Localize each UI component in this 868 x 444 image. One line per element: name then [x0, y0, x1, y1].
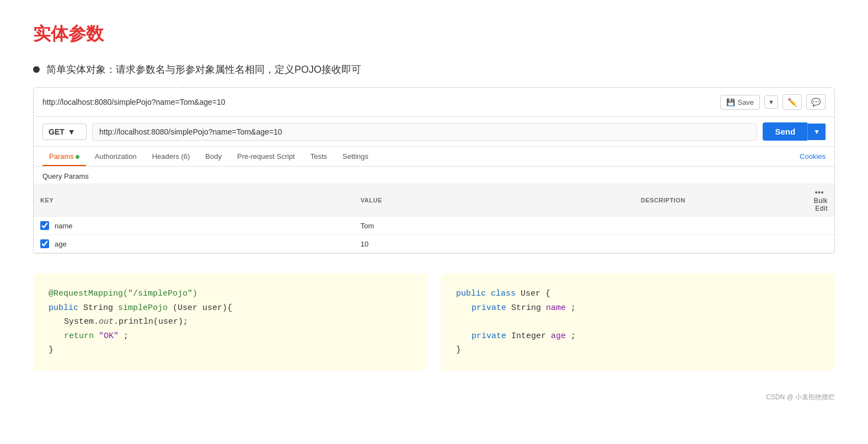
code-panels: @RequestMapping("/simplePojo") public St… — [33, 274, 835, 371]
section-label: 简单实体对象：请求参数名与形参对象属性名相同，定义POJO接收即可 — [46, 63, 361, 76]
code-line-spacer — [456, 315, 819, 329]
row1-checkbox[interactable] — [40, 221, 49, 230]
code-panel-left: @RequestMapping("/simplePojo") public St… — [33, 274, 427, 371]
send-button-group: Send ▼ — [763, 122, 826, 141]
params-active-dot — [76, 155, 79, 159]
method-label: GET — [49, 127, 65, 136]
bulk-edit-button[interactable]: Bulk Edit — [814, 197, 828, 212]
keyword-public: public — [49, 303, 78, 313]
code-line-method-sig: public String simplePojo (User user){ — [49, 301, 412, 315]
code-line-class-close: } — [456, 343, 819, 357]
method-dropdown-icon: ▼ — [68, 127, 76, 136]
code-panel-right: public class User { private String name … — [441, 274, 835, 371]
code-line-close: } — [49, 343, 412, 357]
page-title: 实体参数 — [33, 22, 835, 46]
save-dropdown-button[interactable]: ▼ — [764, 95, 778, 109]
url-bar: http://localhost:8080/simplePojo?name=To… — [34, 88, 834, 117]
url-input[interactable] — [92, 123, 757, 141]
save-button[interactable]: 💾 Save — [720, 95, 760, 110]
row1-key-value: name — [55, 222, 73, 230]
table-row: age 10 — [34, 235, 834, 253]
more-options-icon[interactable]: ••• — [815, 188, 824, 197]
bullet-icon — [33, 66, 40, 73]
edit-icon-button[interactable]: ✏️ — [783, 94, 802, 110]
row2-value-cell: 10 — [354, 235, 634, 253]
tab-headers[interactable]: Headers (6) — [146, 147, 197, 166]
code-line-class-decl: public class User { — [456, 287, 819, 301]
url-bar-text: http://localhost:8080/simplePojo?name=To… — [42, 98, 715, 106]
tab-pre-request-script[interactable]: Pre-request Script — [231, 147, 302, 166]
code-line-return: return "OK" ; — [64, 329, 412, 344]
code-line-field-age: private Integer age ; — [471, 329, 819, 344]
save-label: Save — [737, 98, 754, 106]
save-icon: 💾 — [726, 98, 735, 106]
cookies-link[interactable]: Cookies — [800, 152, 826, 161]
row1-desc-cell — [634, 217, 794, 235]
col-header-actions: ••• Bulk Edit — [794, 184, 834, 217]
postman-panel: http://localhost:8080/simplePojo?name=To… — [33, 87, 835, 254]
row2-actions-cell — [794, 235, 834, 253]
tab-body[interactable]: Body — [199, 147, 228, 166]
section-bullet: 简单实体对象：请求参数名与形参对象属性名相同，定义POJO接收即可 — [33, 63, 835, 76]
code-line-sysout: System.out.println(user); — [64, 315, 412, 329]
request-tabs: Params Authorization Headers (6) Body Pr… — [34, 147, 834, 167]
col-header-key: KEY — [34, 184, 354, 217]
tab-authorization[interactable]: Authorization — [88, 147, 143, 166]
method-url-row: GET ▼ Send ▼ — [34, 117, 834, 147]
footer-text: CSDN @ 小袁拒绝摆烂 — [33, 393, 835, 402]
method-select[interactable]: GET ▼ — [42, 124, 87, 140]
annotation-text: @RequestMapping("/simplePojo") — [49, 289, 197, 298]
row2-key-cell: age — [34, 235, 354, 253]
tab-tests[interactable]: Tests — [304, 147, 334, 166]
code-line-field-name: private String name ; — [471, 301, 819, 315]
table-header-row: KEY VALUE DESCRIPTION ••• Bulk Edit — [34, 184, 834, 217]
tab-settings[interactable]: Settings — [336, 147, 375, 166]
send-main-button[interactable]: Send — [763, 122, 807, 141]
tab-params[interactable]: Params — [42, 147, 86, 166]
send-dropdown-button[interactable]: ▼ — [807, 124, 826, 140]
row2-key-value: age — [55, 240, 67, 248]
params-table: KEY VALUE DESCRIPTION ••• Bulk Edit name — [34, 184, 834, 253]
row1-key-cell: name — [34, 217, 354, 235]
url-bar-actions: 💾 Save ▼ ✏️ 💬 — [720, 94, 826, 110]
query-params-label: Query Params — [34, 167, 834, 184]
comment-icon-button[interactable]: 💬 — [806, 94, 826, 110]
code-line-annotation: @RequestMapping("/simplePojo") — [49, 287, 412, 301]
row2-checkbox[interactable] — [40, 239, 49, 248]
table-row: name Tom — [34, 217, 834, 235]
col-header-value: VALUE — [354, 184, 634, 217]
row2-desc-cell — [634, 235, 794, 253]
col-header-desc: DESCRIPTION — [634, 184, 794, 217]
row1-actions-cell — [794, 217, 834, 235]
row1-value-cell: Tom — [354, 217, 634, 235]
